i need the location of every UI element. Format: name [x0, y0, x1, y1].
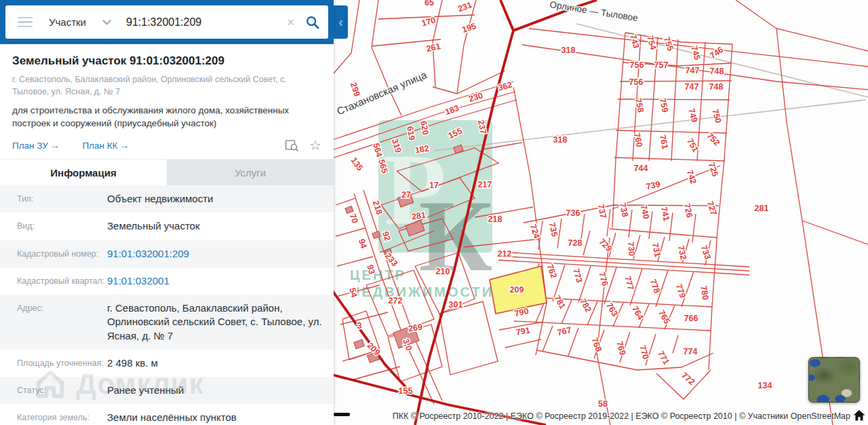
parcel-label[interactable]: 318	[561, 45, 576, 55]
parcel-label[interactable]: 762	[545, 263, 559, 279]
parcel-label[interactable]: 218	[488, 215, 502, 224]
parcel-label[interactable]: 774	[684, 347, 698, 356]
search-input[interactable]	[125, 16, 287, 29]
minimap-satellite-toggle[interactable]	[808, 357, 860, 403]
parcel-label[interactable]: 731	[650, 242, 663, 258]
parcel-label[interactable]: 58	[598, 399, 608, 409]
parcel-label[interactable]: 748	[710, 67, 724, 76]
parcel-label[interactable]: 155	[399, 386, 413, 396]
parcel-label[interactable]: 299	[349, 81, 362, 98]
parcel-label[interactable]: 739	[646, 179, 661, 191]
parcel-label[interactable]: 755	[662, 35, 675, 52]
parcel-label[interactable]: 780	[698, 285, 710, 301]
parcel-label[interactable]: 771	[656, 349, 671, 366]
parcel-label[interactable]: 741	[659, 206, 671, 222]
parcel-label[interactable]: 746	[708, 45, 725, 60]
parcel-label[interactable]: 212	[498, 249, 512, 259]
parcel-label[interactable]: 724	[528, 223, 542, 240]
parcel-label[interactable]: 776	[597, 271, 610, 287]
plan-zu-link[interactable]: План ЗУ→	[12, 141, 59, 151]
parcel-label[interactable]: 747	[686, 66, 700, 75]
parcel-label[interactable]: 754	[645, 35, 658, 51]
parcel-label[interactable]: 261	[426, 41, 441, 54]
parcel-label[interactable]: 790	[514, 306, 530, 318]
parcel-label[interactable]: 749	[686, 107, 699, 124]
parcel-label[interactable]: 730	[626, 242, 637, 257]
collapse-panel-button[interactable]: ‹	[334, 5, 348, 39]
parcel-label[interactable]: 281	[755, 204, 769, 213]
tab-services[interactable]: Услуги	[167, 160, 334, 185]
favorite-star-icon[interactable]: ☆	[309, 138, 321, 152]
parcel-label[interactable]: 735	[547, 222, 559, 238]
parcel-label[interactable]: 738	[618, 202, 630, 218]
parcel-label[interactable]: 777	[623, 275, 635, 291]
parcel-label[interactable]: 732	[676, 245, 688, 261]
parcel-label[interactable]: 210	[436, 267, 450, 276]
parcel-label[interactable]: 195	[461, 21, 477, 35]
parcel-label[interactable]: 770	[637, 344, 650, 361]
parcel-label[interactable]: 725	[707, 162, 720, 178]
zoom-to-object-icon[interactable]	[285, 138, 298, 152]
parcel-label[interactable]: 769	[614, 340, 627, 356]
parcel-label[interactable]: 752	[705, 131, 722, 148]
parcel-label[interactable]: 791	[515, 325, 531, 337]
parcel-label[interactable]: 740	[639, 204, 651, 220]
parcel-label[interactable]: 750	[710, 108, 723, 124]
search-icon[interactable]	[305, 15, 320, 30]
info-row-value-link[interactable]: 91:01:032001	[107, 274, 334, 288]
parcel-label[interactable]: 94	[357, 238, 369, 250]
parcel-label[interactable]: 3	[357, 321, 362, 331]
parcel-label[interactable]: 736	[566, 208, 580, 218]
parcel-label[interactable]: 765	[656, 308, 672, 325]
parcel-label[interactable]: 758	[633, 98, 646, 113]
tab-information[interactable]: Информация	[0, 160, 167, 185]
parcel-label[interactable]: 217	[478, 180, 492, 189]
parcel-label[interactable]: 231	[456, 0, 473, 14]
parcel-boundary-line	[673, 335, 678, 353]
parcel-label[interactable]: 183	[443, 103, 460, 117]
parcel-label[interactable]: 767	[557, 325, 572, 337]
parcel-label[interactable]: 772	[679, 371, 696, 387]
parcel-label[interactable]: 301	[449, 300, 463, 310]
parcel-label[interactable]: 773	[571, 267, 584, 284]
parcel-label[interactable]: 27	[401, 190, 411, 200]
parcel-label[interactable]: 281	[411, 210, 427, 222]
parcel-boundary-line	[581, 214, 585, 239]
parcel-label[interactable]: 761	[658, 134, 670, 150]
parcel-label[interactable]: 779	[674, 282, 688, 299]
parcel-label[interactable]: 318	[553, 135, 568, 145]
parcel-label[interactable]: 17	[429, 181, 439, 190]
parcel-label[interactable]: 757	[654, 60, 669, 70]
parcel-label[interactable]: 269	[408, 322, 423, 334]
parcel-label[interactable]: 65	[425, 0, 434, 7]
parcel-label[interactable]: 743	[628, 33, 641, 50]
parcel-label[interactable]: 135	[349, 155, 365, 172]
parcel-label[interactable]: 134	[758, 381, 772, 390]
parcel-label[interactable]: 737	[596, 204, 608, 219]
clear-search-icon[interactable]: ×	[287, 15, 294, 30]
parcel-label[interactable]: 729	[597, 237, 614, 254]
parcel-label[interactable]: 756	[629, 77, 644, 87]
info-row-value-link[interactable]: 91:01:032001:209	[107, 247, 334, 261]
parcel-label[interactable]: 726	[682, 203, 694, 219]
parcel-label[interactable]: 728	[568, 238, 583, 248]
parcel-label[interactable]: 748	[709, 82, 724, 92]
parcel-label[interactable]: 727	[705, 200, 719, 217]
menu-icon[interactable]	[18, 17, 33, 28]
parcel-boundary-line	[336, 228, 365, 236]
plan-kk-link[interactable]: План КК→	[82, 141, 129, 151]
parcel-label[interactable]: 764	[630, 304, 646, 321]
search-category-dropdown[interactable]: Участки	[49, 16, 110, 28]
parcel-label[interactable]: 70	[348, 212, 360, 225]
parcel-label[interactable]: 766	[684, 314, 698, 323]
parcel-label[interactable]: 744	[634, 164, 648, 173]
parcel-label[interactable]: 733	[699, 244, 713, 260]
parcel-label[interactable]: 756	[630, 60, 644, 70]
parcel-label[interactable]: 747	[685, 82, 699, 92]
home-icon[interactable]	[853, 410, 865, 421]
parcel-label[interactable]: 778	[648, 278, 662, 294]
parcel-label[interactable]: 272	[389, 296, 403, 306]
parcel-label[interactable]: 759	[658, 98, 670, 113]
parcel-label[interactable]: 742	[685, 169, 698, 185]
parcel-label[interactable]: 230	[468, 90, 484, 104]
